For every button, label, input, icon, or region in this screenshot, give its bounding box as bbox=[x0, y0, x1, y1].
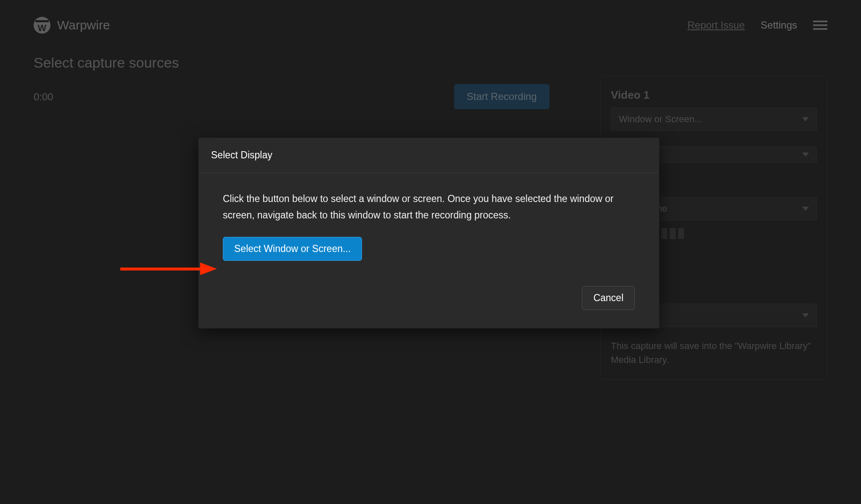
select-window-or-screen-button[interactable]: Select Window or Screen... bbox=[223, 237, 362, 261]
modal-title: Select Display bbox=[198, 138, 659, 173]
modal-instructions: Click the button below to select a windo… bbox=[223, 191, 635, 223]
select-display-modal: Select Display Click the button below to… bbox=[198, 138, 659, 328]
cancel-button[interactable]: Cancel bbox=[582, 286, 635, 310]
